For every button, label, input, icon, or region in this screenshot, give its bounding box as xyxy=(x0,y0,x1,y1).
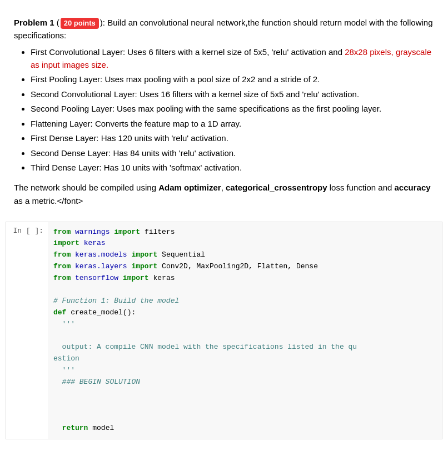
code-line: ### BEGIN SOLUTION xyxy=(53,377,436,388)
problem-title: Problem 1 xyxy=(14,18,54,27)
code-line: output: A compile CNN model with the spe… xyxy=(53,342,436,353)
code-cell[interactable]: In [ ]: from warnings import filters imp… xyxy=(6,222,442,439)
list-item: First Convolutional Layer: Uses 6 filter… xyxy=(31,46,434,71)
list-item: Second Convolutional Layer: Uses 16 filt… xyxy=(31,88,434,101)
code-line xyxy=(53,284,436,295)
code-line: return model xyxy=(53,423,436,434)
problem-intro: Problem 1 (20 points): Build an convolut… xyxy=(14,17,434,42)
page-container: Problem 1 (20 points): Build an convolut… xyxy=(0,0,448,456)
list-item: Third Dense Layer: Has 10 units with 'so… xyxy=(31,162,434,174)
optimizer-text: Adam optimizer xyxy=(158,183,221,192)
list-item: First Dense Layer: Has 120 units with 'r… xyxy=(31,132,434,145)
cell-prompt: In [ ]: xyxy=(6,222,48,439)
code-line: from keras.layers import Conv2D, MaxPool… xyxy=(53,261,436,273)
code-line: from warnings import filters xyxy=(53,227,436,238)
highlighted-text: 28x28 pixels, grayscale as input images … xyxy=(31,47,431,69)
problem-section: Problem 1 (20 points): Build an convolut… xyxy=(6,11,442,216)
code-line xyxy=(53,399,436,411)
loss-text: categorical_crossentropy xyxy=(226,183,327,192)
bullet-list: First Convolutional Layer: Uses 6 filter… xyxy=(14,46,434,174)
code-line: from keras.models import Sequential xyxy=(53,249,436,261)
code-line: from tensorflow import keras xyxy=(53,273,436,284)
code-line: ''' xyxy=(53,365,436,377)
code-line: def create_model(): xyxy=(53,307,436,319)
list-item: Second Dense Layer: Has 84 units with 'r… xyxy=(31,147,434,160)
code-line xyxy=(53,330,436,342)
code-line: import keras xyxy=(53,238,436,249)
code-line: ''' xyxy=(53,319,436,330)
list-item: Flattening Layer: Converts the feature m… xyxy=(31,118,434,131)
list-item: Second Pooling Layer: Uses max pooling w… xyxy=(31,103,434,116)
code-line: # Function 1: Build the model xyxy=(53,295,436,307)
metric-text: accuracy xyxy=(395,183,431,192)
code-line xyxy=(53,411,436,423)
cell-code[interactable]: from warnings import filters import kera… xyxy=(48,222,442,439)
points-badge: 20 points xyxy=(61,18,99,29)
list-item: First Pooling Layer: Uses max pooling wi… xyxy=(31,73,434,86)
problem-footer: The network should be compiled using Ada… xyxy=(14,181,434,208)
code-line: estion xyxy=(53,353,436,365)
code-line xyxy=(53,388,436,400)
